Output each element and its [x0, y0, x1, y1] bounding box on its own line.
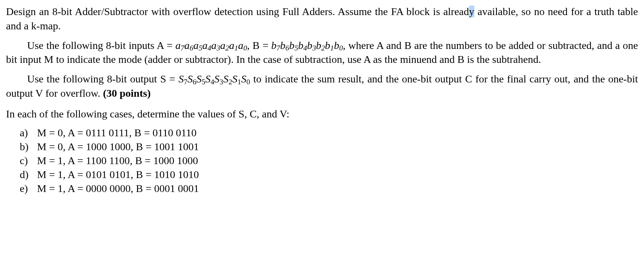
case-A: A = 0101 0101 [68, 169, 131, 180]
case-B: B = 1000 1000 [135, 155, 198, 166]
case-d: d) M = 1, A = 0101 0101, B = 1010 1010 [20, 168, 638, 182]
case-label: c) [20, 154, 34, 168]
case-a: a) M = 0, A = 0111 0111, B = 0110 0110 [20, 126, 638, 140]
case-M: M = 0 [37, 127, 63, 139]
equation-A: A = a7a6a5a4a3a2a1a0 [157, 40, 247, 51]
case-c: c) M = 1, A = 1100 1100, B = 1000 1000 [20, 154, 638, 168]
text: Use the following 8-bit inputs [27, 40, 157, 51]
equation-S: S = S7S6S5S4S3S2S1S0 [160, 73, 250, 85]
paragraph-3: Use the following 8-bit output S = S7S6S… [6, 72, 638, 100]
case-B: B = 0001 0001 [136, 183, 199, 194]
text: , [247, 40, 253, 51]
paragraph-1: Design an 8-bit Adder/Subtractor with ov… [6, 5, 638, 33]
case-M: M = 1 [37, 169, 63, 180]
case-label: b) [20, 140, 34, 154]
case-A: A = 1000 1000 [68, 141, 131, 152]
case-A: A = 0000 0000 [68, 183, 131, 194]
text: In each of the following cases, determin… [6, 108, 289, 120]
case-b: b) M = 0, A = 1000 1000, B = 1001 1001 [20, 140, 638, 154]
case-M: M = 1 [37, 155, 63, 166]
case-label: d) [20, 168, 34, 182]
text: Use the following 8-bit output [27, 73, 160, 85]
case-A: A = 1100 1100 [68, 155, 130, 166]
case-label: a) [20, 126, 34, 140]
case-e: e) M = 1, A = 0000 0000, B = 0001 0001 [20, 182, 638, 196]
equation-B: B = b7b6b5b4b3b2b1b0 [252, 40, 343, 51]
case-list: a) M = 0, A = 0111 0111, B = 0110 0110 b… [6, 126, 638, 196]
case-M: M = 0 [37, 141, 63, 152]
case-B: B = 1001 1001 [136, 141, 199, 152]
selected-text: y [469, 6, 474, 17]
paragraph-2: Use the following 8-bit inputs A = a7a6a… [6, 38, 638, 67]
case-B: B = 1010 1010 [136, 169, 199, 180]
case-A: A = 0111 0111 [68, 127, 129, 139]
case-B: B = 0110 0110 [134, 127, 196, 139]
case-label: e) [20, 182, 34, 196]
text: Design an 8-bit Adder/Subtractor with ov… [6, 6, 469, 17]
cases-intro: In each of the following cases, determin… [6, 107, 638, 121]
points-label: (30 points) [103, 87, 151, 99]
case-M: M = 1 [37, 183, 63, 194]
